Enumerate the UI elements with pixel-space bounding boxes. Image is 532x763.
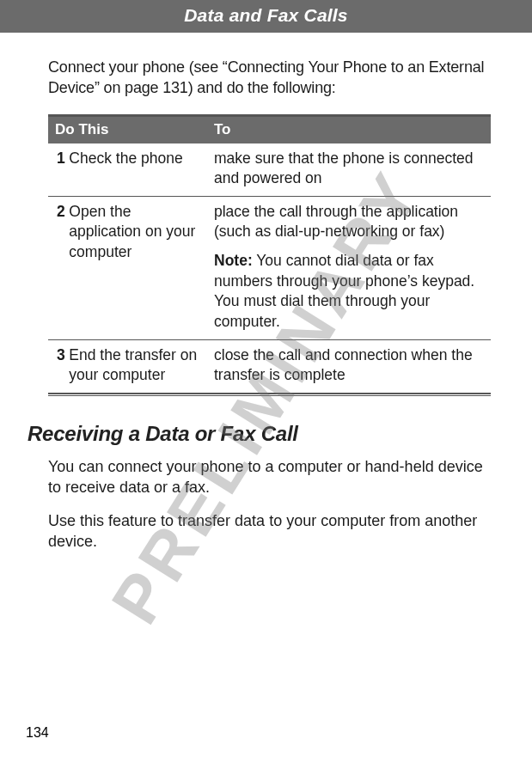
page-number: 134	[26, 725, 49, 741]
header-title: Data and Fax Calls	[184, 5, 348, 25]
col-header-do: Do This	[48, 117, 207, 143]
steps-table: Do This To 1 Check the phone make sure t…	[48, 117, 491, 393]
col-header-to: To	[207, 117, 491, 143]
step-do: Open the application on your computer	[67, 196, 207, 339]
note-text: You cannot dial data or fax numbers thro…	[214, 252, 474, 330]
intro-text: Connect your phone (see “Connecting Your…	[48, 57, 491, 99]
step-to-note: Note: You cannot dial data or fax number…	[214, 251, 484, 333]
step-to-main: place the call through the application (…	[214, 202, 484, 242]
table-header-row: Do This To	[48, 117, 491, 143]
steps-table-wrap: Do This To 1 Check the phone make sure t…	[48, 114, 491, 396]
table-row: 2 Open the application on your computer …	[48, 196, 491, 339]
step-do: End the transfer on your computer	[67, 339, 207, 393]
step-to: make sure that the phone is connected an…	[207, 143, 491, 197]
table-row: 3 End the transfer on your computer clos…	[48, 339, 491, 393]
step-number: 2	[48, 196, 67, 339]
section-heading: Receiving a Data or Fax Call	[28, 420, 491, 448]
step-to: close the call and connection when the t…	[207, 339, 491, 393]
note-label: Note:	[214, 252, 253, 269]
header-bar: Data and Fax Calls	[0, 0, 532, 33]
step-number: 1	[48, 143, 67, 197]
section-paragraph: You can connect your phone to a computer…	[48, 456, 491, 498]
table-row: 1 Check the phone make sure that the pho…	[48, 143, 491, 197]
section-paragraph: Use this feature to transfer data to you…	[48, 510, 491, 552]
step-number: 3	[48, 339, 67, 393]
step-do: Check the phone	[67, 143, 207, 197]
step-to: place the call through the application (…	[207, 196, 491, 339]
content-area: Connect your phone (see “Connecting Your…	[0, 33, 532, 552]
page: Data and Fax Calls PRELIMINARY Connect y…	[0, 0, 532, 763]
